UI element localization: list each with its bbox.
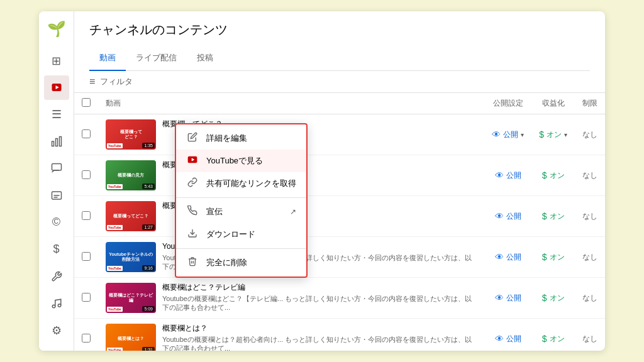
sidebar-item-comments[interactable]	[44, 156, 69, 181]
restrict-label: なし	[582, 130, 597, 139]
row-select-checkbox[interactable]	[82, 293, 91, 302]
restrict-status: なし	[575, 278, 605, 319]
youtube-play-icon	[186, 155, 199, 167]
menu-item-delete[interactable]: 完全に削除	[176, 251, 306, 274]
thumb-duration: 5:09	[142, 306, 155, 312]
thumb-duration: 5:43	[142, 184, 155, 189]
row-checkbox[interactable]	[74, 237, 98, 278]
row-select-checkbox[interactable]	[82, 334, 91, 343]
context-menu: 詳細を編集 YouTubeで見る 共有可能なリンクを取得	[175, 123, 308, 278]
row-select-checkbox[interactable]	[82, 170, 91, 179]
eye-icon: 👁	[495, 293, 504, 303]
edit-icon	[186, 132, 199, 145]
public-status: 👁 公開	[484, 278, 531, 319]
monetize-status: $ オン	[531, 237, 575, 278]
menu-delete-label: 完全に削除	[206, 257, 296, 268]
table-header: 動画 公開設定 収益化 制限	[74, 93, 605, 114]
video-title: 概要欄とは？	[162, 324, 477, 334]
yt-badge: YouTube	[107, 266, 123, 271]
yt-badge: YouTube	[107, 348, 123, 351]
promo-shortcut: ↗	[290, 207, 296, 216]
select-all-checkbox[interactable]	[82, 98, 91, 107]
restrict-status: なし	[575, 319, 605, 351]
sidebar-item-subtitles[interactable]	[44, 184, 69, 208]
table-row: 概要欄はどこ？テレビ編 YouTube 5:09 概要欄はどこ？テレビ編 You…	[74, 278, 605, 319]
tab-videos[interactable]: 動画	[89, 46, 126, 71]
thumb-title: 概要欄の見方	[118, 173, 144, 178]
video-cell: 概要欄はどこ？テレビ編 YouTube 5:09 概要欄はどこ？テレビ編 You…	[98, 278, 484, 319]
thumb-title: Youtubeチャンネルの削除方法	[107, 252, 155, 263]
restrict-status: なし	[575, 237, 605, 278]
row-select-checkbox[interactable]	[82, 129, 91, 138]
row-checkbox[interactable]	[74, 319, 98, 351]
sidebar-item-audio[interactable]	[44, 291, 69, 315]
sidebar-item-tools[interactable]	[44, 264, 69, 288]
thumb-title: 概要欄ってどこ？	[120, 129, 142, 140]
video-title: 概要欄はどこ？テレビ編	[162, 283, 477, 293]
eye-icon: 👁	[492, 129, 501, 140]
menu-edit-label: 詳細を編集	[206, 133, 296, 144]
menu-item-promo[interactable]: 宣伝 ↗	[176, 200, 306, 223]
eye-icon: 👁	[495, 252, 504, 262]
trash-icon	[186, 256, 199, 269]
dollar-icon: $	[539, 129, 544, 140]
sidebar-item-copyright[interactable]: ©	[44, 210, 69, 234]
download-icon	[186, 228, 199, 241]
menu-item-download[interactable]: ダウンロード	[176, 223, 306, 246]
filter-bar: ≡ フィルタ	[74, 71, 605, 93]
menu-youtube-label: YouTubeで見る	[206, 155, 296, 167]
table-row: Youtubeチャンネルの削除方法 YouTube 9:16 Youtubeチャ…	[74, 237, 605, 278]
menu-share-label: 共有可能なリンクを取得	[206, 178, 296, 189]
eye-icon: 👁	[495, 334, 504, 344]
sidebar-item-settings[interactable]: ⚙	[44, 318, 69, 343]
dropdown-arrow-icon[interactable]: ▾	[521, 131, 524, 138]
video-info: 概要欄はどこ？テレビ編 Youtubeの概要欄はどこ？【テレビ編... もっと詳…	[162, 283, 477, 312]
video-thumbnail: 概要欄の見方 YouTube 5:43	[106, 160, 156, 190]
dollar-icon: $	[542, 211, 547, 221]
sidebar-item-money[interactable]: $	[44, 237, 69, 261]
video-thumbnail: Youtubeチャンネルの削除方法 YouTube 9:16	[106, 242, 156, 272]
sidebar-item-analytics[interactable]	[44, 129, 69, 154]
tab-live[interactable]: ライブ配信	[126, 46, 187, 71]
row-select-checkbox[interactable]	[82, 211, 91, 220]
restrict-label: なし	[582, 212, 597, 221]
sidebar-item-menu[interactable]: ☰	[44, 102, 69, 127]
sidebar-item-grid[interactable]: ⊞	[44, 48, 69, 73]
sidebar-bottom: ⚙	[44, 318, 69, 343]
videos-table: 動画 公開設定 収益化 制限	[74, 93, 605, 351]
row-checkbox[interactable]	[74, 155, 98, 196]
video-desc: Youtubeの概要欄とは？超初心者向け... もっと詳しく知りたい方・今回の内…	[162, 335, 477, 351]
menu-item-share[interactable]: 共有可能なリンクを取得	[176, 172, 306, 195]
header-video-col: 動画	[98, 93, 484, 114]
tab-bar: 動画 ライブ配信 投稿	[89, 46, 590, 71]
thumb-title: 概要欄ってどこ？	[113, 214, 148, 219]
dollar-icon: $	[542, 293, 547, 303]
row-select-checkbox[interactable]	[82, 252, 91, 261]
svg-point-10	[58, 304, 61, 307]
header-monetize-col: 収益化	[531, 93, 575, 114]
video-thumbnail: 概要欄とは？ YouTube 1:31	[106, 324, 156, 351]
public-status: 👁 公開	[484, 155, 531, 196]
row-checkbox[interactable]	[74, 196, 98, 237]
sidebar-item-videos[interactable]	[44, 75, 69, 100]
menu-item-edit[interactable]: 詳細を編集	[176, 127, 306, 150]
table-row: 概要欄とは？ YouTube 1:31 概要欄とは？ Youtubeの概要欄とは…	[74, 319, 605, 351]
header-public-col: 公開設定	[484, 93, 531, 114]
svg-point-9	[52, 305, 55, 308]
yt-badge: YouTube	[107, 307, 123, 312]
restrict-status: なし	[575, 155, 605, 196]
video-cell: 概要欄とは？ YouTube 1:31 概要欄とは？ Youtubeの概要欄とは…	[98, 319, 484, 351]
monetize-dropdown-icon[interactable]: ▾	[564, 131, 567, 138]
menu-item-youtube[interactable]: YouTubeで見る	[176, 150, 306, 172]
restrict-label: なし	[582, 253, 597, 261]
row-checkbox[interactable]	[74, 278, 98, 319]
row-checkbox[interactable]	[74, 114, 98, 155]
content-area: チャンネルのコンテンツ 動画 ライブ配信 投稿 ≡ フィルタ 動画 公開	[74, 11, 605, 351]
tab-posts[interactable]: 投稿	[187, 46, 223, 71]
menu-promo-label: 宣伝	[206, 206, 282, 217]
promo-icon	[186, 206, 199, 218]
public-status: 👁 公開 ▾	[484, 114, 531, 155]
app-logo: 🌱	[47, 19, 67, 38]
main-container: 🌱 ⊞ ☰ © $ ⚙ チャンネルのコンテンツ 動画	[39, 11, 605, 351]
table-row: 概要欄ってどこ？ YouTube 1:35 概要欄ってどこ？	[74, 114, 605, 155]
